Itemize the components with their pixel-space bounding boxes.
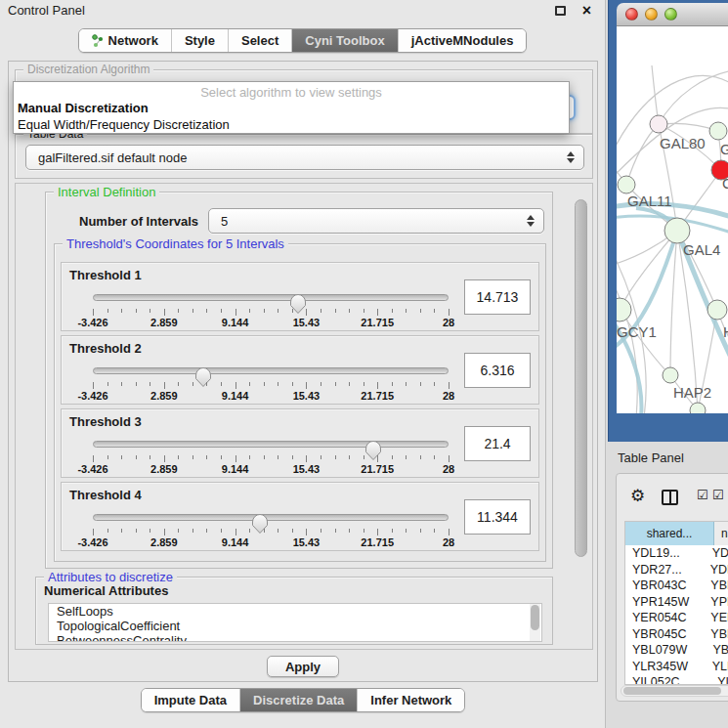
tab-cyni-toolbox-label: Cyni Toolbox (305, 33, 384, 48)
threshold-value-field[interactable]: 14.713 (464, 279, 531, 315)
threshold-label: Threshold 3 (69, 414, 142, 429)
cyni-toolbox-panel: Discretization Algorithm Table Data galF… (8, 61, 598, 682)
table-row[interactable]: YIL052CYIL0 (625, 674, 728, 685)
threshold-slider-1[interactable]: -3.4262.8599.14415.4321.71528 (93, 288, 449, 327)
node-hap2[interactable] (663, 367, 678, 383)
column-header-name[interactable]: na (714, 522, 728, 545)
tab-impute-data[interactable]: Impute Data (142, 689, 239, 711)
apply-button[interactable]: Apply (267, 656, 339, 677)
node-label-gal4: GAL4 (683, 241, 720, 258)
threshold-slider-2[interactable]: -3.4262.8599.14415.4321.71528 (93, 362, 449, 401)
threshold-value-field[interactable]: 11.344 (464, 499, 531, 535)
cell-name[interactable]: YBR0 (704, 578, 728, 594)
threshold-value-field[interactable]: 6.316 (464, 353, 531, 388)
numerical-attributes-list[interactable]: SelfLoopsTopologicalCoefficientBetweenne… (48, 603, 542, 642)
float-window-icon[interactable] (555, 6, 566, 16)
attribute-item[interactable]: BetweennessCentrality (49, 633, 541, 642)
threshold-label: Threshold 1 (69, 268, 142, 282)
cell-shared-name[interactable]: YDL19... (625, 545, 706, 562)
table-row[interactable]: YER054CYER0 (625, 610, 728, 626)
node-bottom[interactable] (690, 403, 706, 413)
node-gal11[interactable] (618, 176, 635, 193)
cell-shared-name[interactable]: YIL052C (625, 674, 710, 685)
cell-shared-name[interactable]: YER054C (625, 610, 704, 626)
node-gcy1[interactable] (617, 298, 631, 321)
tab-network[interactable]: Network (79, 29, 171, 52)
table-data-combobox[interactable]: galFiltered.sif default node (25, 145, 584, 170)
cell-name[interactable]: YIL0 (710, 674, 728, 685)
cell-name[interactable]: YDL1 (706, 545, 728, 562)
network-view-window: GAL80GACGAL11GAL4GCY1HHAP2 (608, 0, 728, 442)
checkbox-checked-icon[interactable]: ☑ (697, 488, 708, 502)
cell-name[interactable]: YLR3 (706, 659, 728, 675)
attributes-group: Attributes to discretize Numerical Attri… (35, 577, 553, 645)
slider-track[interactable] (93, 441, 449, 448)
threshold-slider-3[interactable]: -3.4262.8599.14415.4321.71528 (93, 435, 449, 474)
threshold-panel-3: Threshold 3-3.4262.8599.14415.4321.71528… (61, 408, 539, 478)
cell-shared-name[interactable]: YBL079W (625, 642, 706, 659)
slider-tickmarks (93, 529, 449, 535)
cell-name[interactable]: YBL0 (706, 642, 728, 659)
table-row[interactable]: YBR045CYBR0 (625, 626, 728, 643)
close-icon[interactable]: × (582, 0, 591, 21)
cell-name[interactable]: YBR0 (704, 626, 728, 643)
tab-cyni-toolbox[interactable]: Cyni Toolbox (291, 29, 397, 52)
split-columns-icon[interactable] (662, 490, 678, 505)
algorithm-dropdown-popup: Select algorithm to view settings Manual… (13, 81, 570, 134)
slider-track[interactable] (93, 294, 449, 301)
table-row[interactable]: YDL19...YDL1 (625, 545, 728, 562)
table-row[interactable]: YBR043CYBR0 (625, 578, 728, 594)
table-row[interactable]: YLR345WYLR3 (625, 659, 728, 675)
cell-shared-name[interactable]: YBR045C (625, 626, 704, 643)
minimize-traffic-icon[interactable] (645, 8, 658, 21)
column-header-shared[interactable]: shared... (625, 522, 714, 545)
cell-shared-name[interactable]: YDR27... (625, 562, 704, 578)
table-horizontal-scrollbar[interactable] (621, 685, 728, 697)
network-edge[interactable] (620, 231, 677, 310)
tab-discretize-data[interactable]: Discretize Data (239, 689, 357, 711)
algorithm-popup-hint: Select algorithm to view settings (14, 82, 569, 100)
node-h[interactable] (707, 300, 727, 320)
table-toolbar: ⚙ ☑ ☑ (617, 484, 728, 513)
cell-name[interactable]: YPR1 (704, 594, 728, 611)
tab-style[interactable]: Style (171, 29, 228, 52)
tab-infer-network[interactable]: Infer Network (357, 689, 464, 711)
cell-shared-name[interactable]: YPR145W (625, 594, 704, 611)
node-gal4[interactable] (664, 218, 690, 243)
attribute-item[interactable]: TopologicalCoefficient (49, 619, 541, 633)
cell-shared-name[interactable]: YLR345W (625, 659, 706, 675)
node-gal80[interactable] (650, 115, 667, 133)
table-row[interactable]: YDR27...YDR2 (625, 562, 728, 578)
network-edge[interactable] (659, 70, 728, 124)
network-edge[interactable] (626, 124, 659, 185)
checkbox-checked-icon[interactable]: ☑ (712, 488, 724, 502)
tab-select[interactable]: Select (228, 29, 291, 52)
cell-name[interactable]: YDR2 (704, 562, 728, 578)
cell-shared-name[interactable]: YBR043C (625, 578, 704, 594)
table-row[interactable]: YPR145WYPR1 (625, 594, 728, 611)
cell-name[interactable]: YER0 (704, 610, 728, 626)
zoom-traffic-icon[interactable] (664, 8, 677, 21)
popup-option-manual-discretization[interactable]: Manual Discretization (14, 100, 569, 116)
threshold-slider-4[interactable]: -3.4262.8599.14415.4321.71528 (93, 508, 449, 547)
threshold-value-field[interactable]: 21.4 (464, 426, 531, 461)
node-right-top[interactable] (709, 122, 727, 140)
gear-icon[interactable]: ⚙ (630, 486, 645, 505)
thresholds-group: Threshold's Coordinates for 5 Intervals … (54, 243, 546, 562)
attribute-item[interactable]: SelfLoops (49, 604, 541, 619)
network-canvas[interactable]: GAL80GACGAL11GAL4GCY1HHAP2 (617, 26, 728, 413)
control-panel-titlebar: Control Panel × (0, 0, 605, 21)
tab-jactivemnodules[interactable]: jActiveMNodules (398, 29, 527, 52)
number-of-intervals-spinner[interactable]: 5 (208, 208, 544, 234)
slider-track[interactable] (93, 514, 449, 521)
settings-vertical-scrollbar[interactable] (575, 199, 587, 557)
table-row[interactable]: YBL079WYBL0 (625, 642, 728, 659)
table-panel: ⚙ ☑ ☑ shared... na YDL19...YDL1YDR27...Y… (616, 473, 728, 702)
popup-option-equal-width-frequency[interactable]: Equal Width/Frequency Discretization (14, 116, 569, 133)
attributes-list-scrollbar[interactable] (530, 604, 540, 641)
discretization-algorithm-group-title: Discretization Algorithm (23, 63, 153, 76)
node-attribute-table: shared... na YDL19...YDL1YDR27...YDR2YBR… (624, 521, 728, 685)
slider-track[interactable] (93, 367, 449, 374)
close-traffic-icon[interactable] (625, 8, 638, 21)
table-body: YDL19...YDL1YDR27...YDR2YBR043CYBR0YPR14… (625, 545, 728, 685)
